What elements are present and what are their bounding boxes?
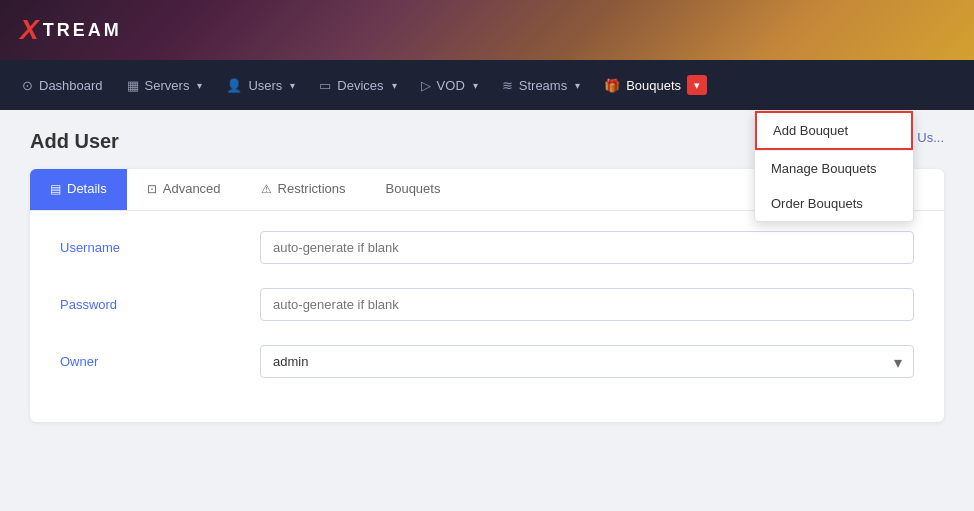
tab-bouquets[interactable]: Bouquets [366, 169, 461, 210]
nav: ⊙ Dashboard ▦ Servers ▾ 👤 Users ▾ ▭ Devi… [0, 60, 974, 110]
tab-advanced[interactable]: ⊡ Advanced [127, 169, 241, 210]
nav-label-bouquets: Bouquets [626, 78, 681, 93]
header: X TREAM [0, 0, 974, 60]
users-chevron-icon: ▾ [290, 80, 295, 91]
nav-item-users[interactable]: 👤 Users ▾ [214, 60, 307, 110]
logo[interactable]: X TREAM [20, 14, 122, 46]
nav-label-servers: Servers [145, 78, 190, 93]
nav-item-streams[interactable]: ≋ Streams ▾ [490, 60, 592, 110]
tab-details-label: Details [67, 181, 107, 196]
nav-label-dashboard: Dashboard [39, 78, 103, 93]
dropdown-order-bouquets[interactable]: Order Bouquets [755, 186, 913, 221]
advanced-tab-icon: ⊡ [147, 182, 157, 196]
servers-icon: ▦ [127, 78, 139, 93]
restrictions-tab-icon: ⚠ [261, 182, 272, 196]
devices-chevron-icon: ▾ [392, 80, 397, 91]
bouquets-dropdown: Add Bouquet Manage Bouquets Order Bouque… [754, 110, 914, 222]
logo-x-icon: X [20, 14, 39, 46]
logo-text: TREAM [43, 20, 122, 41]
tab-details[interactable]: ▤ Details [30, 169, 127, 210]
owner-select-wrapper: admin user1 user2 [260, 345, 914, 378]
username-label: Username [60, 240, 260, 255]
owner-label: Owner [60, 354, 260, 369]
nav-item-dashboard[interactable]: ⊙ Dashboard [10, 60, 115, 110]
dropdown-manage-bouquets[interactable]: Manage Bouquets [755, 151, 913, 186]
nav-label-streams: Streams [519, 78, 567, 93]
tab-advanced-label: Advanced [163, 181, 221, 196]
streams-icon: ≋ [502, 78, 513, 93]
owner-select[interactable]: admin user1 user2 [260, 345, 914, 378]
password-input[interactable] [260, 288, 914, 321]
details-tab-icon: ▤ [50, 182, 61, 196]
devices-icon: ▭ [319, 78, 331, 93]
servers-chevron-icon: ▾ [197, 80, 202, 91]
tab-bouquets-label: Bouquets [386, 181, 441, 196]
username-row: Username [60, 231, 914, 264]
nav-label-users: Users [248, 78, 282, 93]
vod-chevron-icon: ▾ [473, 80, 478, 91]
password-row: Password [60, 288, 914, 321]
nav-label-devices: Devices [337, 78, 383, 93]
bouquets-chevron-icon[interactable]: ▾ [687, 75, 707, 95]
password-label: Password [60, 297, 260, 312]
bouquets-icon: 🎁 [604, 78, 620, 93]
nav-item-bouquets[interactable]: 🎁 Bouquets ▾ [592, 60, 719, 110]
nav-label-vod: VOD [437, 78, 465, 93]
dropdown-add-bouquet[interactable]: Add Bouquet [755, 111, 913, 150]
nav-item-devices[interactable]: ▭ Devices ▾ [307, 60, 408, 110]
users-icon: 👤 [226, 78, 242, 93]
vod-icon: ▷ [421, 78, 431, 93]
owner-row: Owner admin user1 user2 [60, 345, 914, 378]
streams-chevron-icon: ▾ [575, 80, 580, 91]
tab-restrictions[interactable]: ⚠ Restrictions [241, 169, 366, 210]
nav-item-servers[interactable]: ▦ Servers ▾ [115, 60, 215, 110]
tab-restrictions-label: Restrictions [278, 181, 346, 196]
dashboard-icon: ⊙ [22, 78, 33, 93]
form-body: Username Password Owner admin user1 user… [30, 211, 944, 422]
username-input[interactable] [260, 231, 914, 264]
nav-item-vod[interactable]: ▷ VOD ▾ [409, 60, 490, 110]
